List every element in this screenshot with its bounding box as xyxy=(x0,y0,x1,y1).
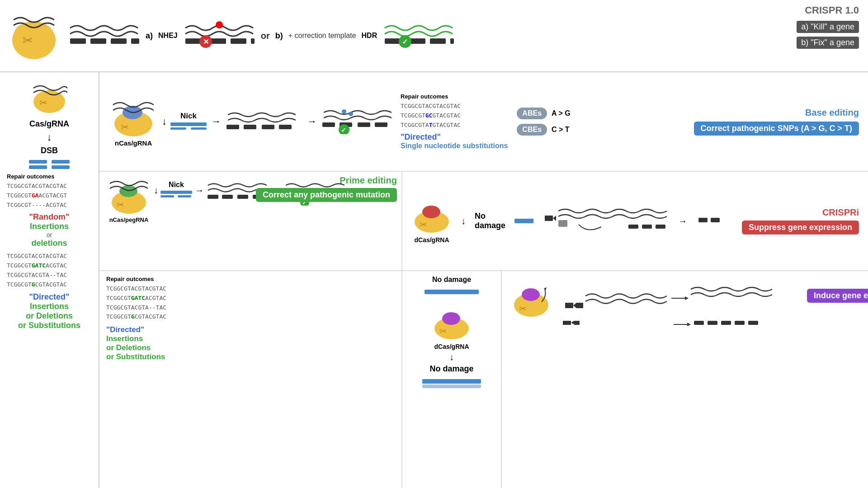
svg-text:✂: ✂ xyxy=(439,326,447,336)
prime-editing-section: ✂ nCas/pegRNA ↓ Nick → xyxy=(99,172,402,271)
cas-grna-icon: ✂ xyxy=(9,11,59,61)
svg-rect-32 xyxy=(226,125,239,129)
svg-rect-93 xyxy=(694,321,704,325)
directed-label: "Directed" xyxy=(7,292,92,302)
no-damage-i: No damage xyxy=(475,211,505,230)
svg-point-37 xyxy=(349,112,353,116)
svg-rect-34 xyxy=(262,125,274,129)
seq-red-ga: GA xyxy=(32,192,39,199)
svg-rect-47 xyxy=(160,191,192,194)
label-a: a) xyxy=(146,31,153,41)
svg-text:✕: ✕ xyxy=(203,38,209,46)
pe-section-title: Prime editing xyxy=(256,175,397,186)
svg-rect-24 xyxy=(29,165,47,169)
svg-rect-63 xyxy=(514,219,533,223)
be-section-title: Base editing xyxy=(694,108,859,118)
svg-text:✂: ✂ xyxy=(117,200,124,210)
svg-rect-5 xyxy=(111,38,127,44)
dcas-no-damage-section: No damage ✂ dCas/gRNA ↓ No damage xyxy=(402,271,502,488)
svg-rect-31 xyxy=(191,127,207,130)
dcas-icon-a: ✂ xyxy=(511,280,552,320)
svg-rect-66 xyxy=(558,220,567,227)
no-damage-2: No damage xyxy=(409,364,494,374)
svg-rect-23 xyxy=(52,160,70,164)
no-damage-visual-2 xyxy=(409,377,494,390)
repair-outcomes-label: Repair outcomes xyxy=(7,173,92,180)
crispra-tag: Induce gene expression xyxy=(807,289,868,303)
or-small: or xyxy=(7,231,92,239)
svg-point-36 xyxy=(342,109,346,114)
svg-point-45 xyxy=(119,185,137,197)
crispr-a-label: a) "Kill" a gene xyxy=(797,21,859,33)
crispri-title: CRISPRi xyxy=(732,207,859,218)
abe-pill: ABEs xyxy=(517,108,547,119)
hdr-label: HDR xyxy=(362,32,377,40)
crispri-title-area: CRISPRi Suppress gene expression xyxy=(732,207,859,235)
ncas-label-pe: nCas/pegRNA xyxy=(106,216,151,223)
svg-rect-40 xyxy=(358,122,370,127)
svg-rect-35 xyxy=(279,125,292,129)
dcas-nd-content: No damage ✂ dCas/gRNA ↓ No damage xyxy=(409,276,494,390)
svg-rect-8 xyxy=(185,38,201,44)
main-container: ✂ xyxy=(0,0,868,488)
correction-template-label: + correction template xyxy=(288,32,356,40)
svg-rect-3 xyxy=(70,38,86,44)
repair-seq-3: TCGGCGT----ACGTAC xyxy=(7,201,92,210)
seq4: TCGGCGTACGTACGTAC xyxy=(7,252,92,261)
svg-rect-77 xyxy=(422,379,481,384)
base-editing-section: ✂ nCas/gRNA ↓ Nick xyxy=(99,72,868,172)
crispra-section: ✂ xyxy=(502,271,868,488)
svg-rect-17 xyxy=(450,38,454,44)
insertions-label: Insertions xyxy=(7,222,92,231)
svg-rect-48 xyxy=(160,195,174,197)
svg-rect-68 xyxy=(642,225,652,229)
svg-rect-64 xyxy=(545,216,553,221)
svg-text:✓: ✓ xyxy=(402,38,408,46)
svg-rect-38 xyxy=(322,122,335,127)
svg-point-7 xyxy=(216,21,223,28)
svg-rect-29 xyxy=(170,122,207,126)
svg-rect-94 xyxy=(708,321,717,325)
svg-rect-83 xyxy=(565,303,573,308)
svg-text:✂: ✂ xyxy=(23,33,33,47)
svg-marker-92 xyxy=(687,323,691,326)
hdr-result: ✓ xyxy=(382,21,455,50)
svg-rect-51 xyxy=(222,195,233,199)
crispra-title-area: CRISPRa Induce gene expression xyxy=(787,276,868,303)
svg-text:✂: ✂ xyxy=(39,97,47,108)
svg-rect-41 xyxy=(375,122,387,127)
svg-marker-87 xyxy=(685,296,689,300)
crispri-diagram xyxy=(542,202,669,240)
cas-grna-label: Cas/gRNA xyxy=(7,119,92,129)
cas-grna-small-icon: ✂ xyxy=(31,81,67,113)
svg-rect-33 xyxy=(244,125,256,129)
arrow-dcas-2: ↓ xyxy=(409,352,494,362)
svg-rect-97 xyxy=(748,321,758,325)
deletions-label: deletions xyxy=(7,239,92,248)
svg-point-61 xyxy=(422,206,440,218)
left-panel: ✂ Cas/gRNA ↓ DSB Repair outcomes TCGGCGT… xyxy=(0,72,99,488)
svg-rect-73 xyxy=(425,290,479,294)
svg-rect-70 xyxy=(698,218,708,222)
top-diagram: a) NHEJ ✕ xyxy=(68,21,859,50)
repair-seq-2: TCGGCGTGAACGTACGT xyxy=(7,191,92,201)
crispr-title: CRISPR 1.0 xyxy=(797,5,859,16)
ncas-icon-be: ✂ nCas/gRNA xyxy=(108,97,158,147)
svg-rect-10 xyxy=(231,38,246,44)
arrow-down-1: ↓ xyxy=(7,131,92,143)
abe-cbe-section: ABEs A > G CBEs C > T xyxy=(517,108,570,136)
svg-rect-22 xyxy=(29,160,47,164)
dna-result-be: ✓ xyxy=(321,107,394,136)
or-label: or xyxy=(261,31,270,41)
dcas-icon-i: ✂ dCas/gRNA xyxy=(411,198,452,244)
svg-rect-16 xyxy=(430,38,446,44)
arrow-right-be: → xyxy=(211,116,221,127)
svg-rect-50 xyxy=(208,195,218,199)
dsb-label: DSB xyxy=(7,146,92,155)
ncas-label-be: nCas/gRNA xyxy=(108,139,158,147)
svg-rect-52 xyxy=(237,195,248,199)
svg-text:✂: ✂ xyxy=(121,122,129,133)
ins2-label: Insertions xyxy=(7,302,92,311)
nhej-result: ✕ xyxy=(183,21,255,50)
crispra-title: CRISPRa xyxy=(787,276,868,286)
